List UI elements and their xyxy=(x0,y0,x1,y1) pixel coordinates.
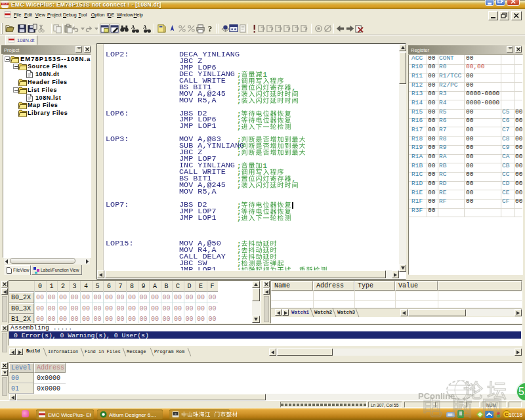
svg-text:WICE: WICE xyxy=(2,3,9,5)
svg-text:;: ; xyxy=(237,182,242,190)
svg-text:A: A xyxy=(143,24,147,30)
svg-text:A: A xyxy=(131,24,135,30)
svg-text:;: ; xyxy=(237,97,242,105)
svg-text:;: ; xyxy=(237,214,242,222)
svg-text:;: ; xyxy=(237,149,242,157)
svg-text:?: ? xyxy=(208,24,213,33)
svg-text:;: ; xyxy=(237,123,242,131)
